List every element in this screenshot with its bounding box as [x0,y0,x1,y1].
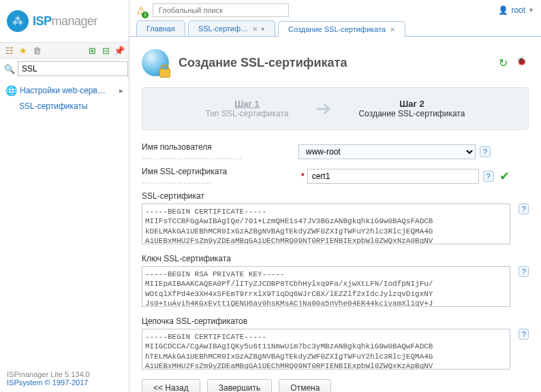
tab-label: Создание SSL-сертификата [288,25,386,33]
step-2: Шаг 2 Создание SSL-сертификата [358,99,465,118]
refresh-icon[interactable]: ↻ [499,56,511,69]
nav-item-ssl-certs[interactable]: SSL-сертификаты [5,98,123,114]
hint-icon[interactable]: ? [519,329,529,340]
cancel-button[interactable]: Отмена [279,379,331,392]
pin-icon[interactable]: 📌 [114,45,125,56]
ladybug-icon[interactable]: 🐞 [516,56,529,69]
trash-icon[interactable]: 🗑 [31,45,42,56]
tree-icon[interactable]: ☷ [4,45,15,56]
step-1[interactable]: Шаг 1 Тип SSL-сертификата [206,99,289,118]
sidebar-toolbar: ☷ ★ 🗑 ⊞ ⊟ 📌 [0,42,129,59]
copyright-link[interactable]: ISPsystem © 1997-2017 [7,378,88,387]
nav-group-label: Настройки web-серв… [20,86,106,95]
hint-icon[interactable]: ? [519,203,529,214]
remove-icon[interactable]: ⊟ [100,45,111,56]
step-subtitle: Создание SSL-сертификата [358,109,465,118]
key-label: Ключ SSL-сертификата [142,254,529,263]
tab-label: Главная [146,24,175,33]
tab-bar: Главная SSL-сертиф…✕▸ Создание SSL-серти… [129,20,541,37]
certname-input[interactable] [307,169,479,184]
user-icon: 👤 [498,5,508,15]
sidebar-footer: ISPmanager Lite 5.134.0 ISPsystem © 1997… [0,365,129,392]
warning-count: 1 [142,12,149,18]
star-icon[interactable]: ★ [18,45,29,56]
username-label: Имя пользователя [142,142,212,152]
globe-lock-icon [142,49,169,76]
tab-ssl-create[interactable]: Создание SSL-сертификата✕ [278,21,405,37]
chain-textarea[interactable]: -----BEGIN CERTIFICATE----- MIIGCDCCA/Cg… [142,329,510,370]
step-title: Шаг 2 [358,99,465,109]
arrow-right-icon: ➔ [315,97,331,120]
chevron-down-icon: ▼ [528,7,534,14]
user-menu[interactable]: 👤 root ▼ [498,5,534,15]
required-marker: * [301,172,305,181]
warning-icon[interactable]: ⚠1 [136,4,146,17]
step-indicator: Шаг 1 Тип SSL-сертификата ➔ Шаг 2 Создан… [142,87,529,130]
tab-label: SSL-сертиф… [198,24,248,33]
close-icon[interactable]: ✕ [390,26,395,33]
valid-check-icon: ✔ [499,169,510,184]
tab-ssl-list[interactable]: SSL-сертиф…✕▸ [188,20,275,36]
globe-icon: 🌐 [5,85,17,96]
logo-brand: ISP [33,14,52,28]
hint-icon[interactable]: ? [480,146,491,157]
chevron-right-icon: ▸ [262,25,265,32]
certname-label: Имя SSL-сертификата [142,167,227,176]
finish-button[interactable]: Завершить [207,379,273,392]
logo-icon [7,10,29,32]
chevron-right-icon: ▸ [119,86,123,95]
step-subtitle: Тип SSL-сертификата [206,109,289,118]
global-search-input[interactable] [153,3,289,17]
hint-icon[interactable]: ? [483,171,494,182]
step-title: Шаг 1 [206,99,289,109]
back-button[interactable]: << Назад [142,379,200,392]
tab-main[interactable]: Главная [136,20,185,36]
cert-textarea[interactable]: -----BEGIN CERTIFICATE----- MIIFsTCCBFGg… [142,203,510,244]
logo: ISPmanager [0,0,129,42]
page-title: Создание SSL-сертификата [179,56,347,70]
key-textarea[interactable]: -----BEGIN RSA PRIVATE KEY----- MIIEpAIB… [142,266,510,307]
nav-group-webserver[interactable]: 🌐 Настройки web-серв… ▸ [5,83,123,98]
product-version: ISPmanager Lite 5.134.0 [7,370,122,378]
search-icon: 🔍 [4,63,15,74]
sidebar-search-input[interactable] [18,61,128,76]
add-icon[interactable]: ⊞ [87,45,97,56]
username-select[interactable]: www-root [298,144,476,159]
hint-icon[interactable]: ? [519,266,529,277]
logo-suffix: manager [52,14,98,28]
cert-label: SSL-сертификат [142,191,529,201]
chain-label: Цепочка SSL-сертификатов [142,316,529,326]
close-icon[interactable]: ✕ [252,25,258,33]
user-name: root [511,5,525,15]
